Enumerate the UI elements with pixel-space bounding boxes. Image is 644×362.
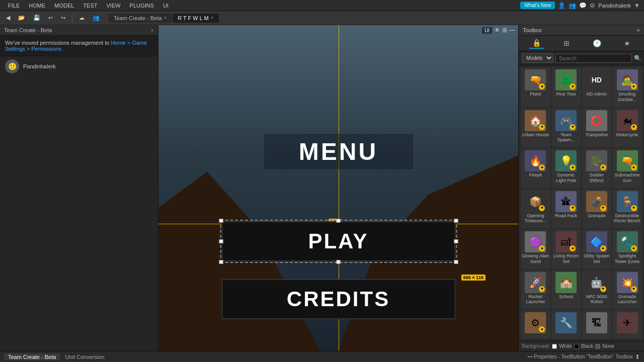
menu-title-bg: MENU (263, 133, 414, 170)
toolbox-item-img-9: 💡✦ (555, 150, 577, 171)
toolbox-item-10[interactable]: 🪖✦Soldier (Rthro) (582, 148, 612, 188)
toolbox-item-26[interactable]: 🏗 (582, 310, 612, 339)
bottom-tab-unit-conversion[interactable]: Unit Conversion (61, 353, 108, 360)
toolbox-item-1[interactable]: 🌲✦Pine Tree (551, 67, 581, 107)
toolbox-item-img-26: 🏗 (586, 312, 607, 333)
bg-black-dot[interactable] (574, 344, 579, 349)
toolbox-item-label-0: Pistol (530, 92, 541, 97)
viewport: UI 👁 ⊞ — 547 198 665 × 116 MENU (158, 25, 518, 351)
username: PandinhaIerk (23, 63, 56, 69)
toolbox-item-11[interactable]: 🔫✦Submachine Gun (612, 148, 642, 188)
toolbox-item-label-19: Spotlight Tower [Uses (613, 253, 641, 264)
toolbox-item-0[interactable]: 🔫✦Pistol (521, 67, 550, 107)
toolbox-item-label-7: Motorcycle (616, 132, 638, 138)
toolbox-item-4[interactable]: 🏠✦Urban House (521, 108, 550, 148)
toolbox-item-24[interactable]: ⚙✦ (521, 310, 550, 339)
chat-icon[interactable]: 💬 (579, 2, 587, 9)
toolbox-item-13[interactable]: 🛣✦Road Pack (551, 189, 581, 229)
toolbox-item-18[interactable]: 🔷✦Obby Spawn Set (582, 229, 612, 269)
viewport-minimize[interactable]: — (509, 27, 515, 34)
bottom-dots[interactable]: ••• (527, 354, 533, 359)
toolbox-item-14[interactable]: 💣✦Grenade (582, 189, 612, 229)
bg-white-dot[interactable] (552, 344, 557, 349)
menu-plugins[interactable]: PLUGINS (126, 2, 158, 10)
properties-panel-label[interactable]: Properties - TextButton "TextButton" (534, 354, 614, 359)
menu-home[interactable]: HOME (25, 2, 49, 10)
ui-badge[interactable]: UI (482, 27, 492, 34)
bg-label: Background: (522, 343, 550, 349)
toolbox-tab-lock[interactable]: 🔒 (529, 38, 544, 49)
viewport-icon-1[interactable]: 👁 (494, 27, 500, 34)
toolbar-publish[interactable]: ☁ (76, 14, 88, 22)
toolbox-item-img-17: 🛋✦ (555, 231, 577, 252)
toolbox-item-27[interactable]: ✈ (612, 310, 642, 339)
toolbox-item-16[interactable]: 🟣✦Glowing Alien Sand (521, 229, 550, 269)
toolbox-item-17[interactable]: 🛋✦Living Room Set (551, 229, 581, 269)
menu-test[interactable]: TEST (79, 2, 101, 10)
toolbar-open[interactable]: 📂 (15, 14, 28, 22)
bg-none-dot[interactable] (595, 344, 600, 349)
toolbox-item-6[interactable]: ⭕Trampoline (582, 108, 612, 148)
toolbox-search-input[interactable] (555, 54, 632, 63)
tab-close-team[interactable]: × (164, 15, 167, 21)
menu-model[interactable]: MODEL (50, 2, 78, 10)
toolbox-item-2[interactable]: HDHD Admin (582, 67, 612, 107)
toolbox-item-label-1: Pine Tree (556, 92, 576, 97)
coin-badge-13: ✦ (570, 205, 576, 211)
settings-icon[interactable]: ⚙ (590, 2, 595, 9)
toolbox-tab-star[interactable]: ★ (621, 38, 633, 48)
coin-badge-24: ✦ (539, 326, 545, 332)
friends-icon[interactable]: 👥 (569, 2, 576, 9)
toolbox-item-5[interactable]: 🎮✦Team Spawn... (551, 108, 581, 148)
toolbox-item-label-20: Rocket Launcher (522, 294, 549, 305)
toolbox-close-icon[interactable]: × (637, 27, 640, 33)
play-button[interactable]: PLAY (221, 221, 455, 261)
toolbox-header: Toolbox × (519, 25, 644, 36)
toolbar-undo[interactable]: ↩ (45, 14, 56, 22)
whats-new-button[interactable]: What's New (520, 2, 555, 9)
bottom-tab-team-create[interactable]: Team Create - Beta (4, 353, 60, 360)
toolbox-item-19[interactable]: 🔦✦Spotlight Tower [Uses (612, 229, 642, 269)
search-icon[interactable]: 🔍 (634, 55, 641, 62)
left-panel-close[interactable]: × (151, 27, 154, 33)
toolbox-item-img-8: 🔥✦ (525, 150, 546, 171)
coin-badge-3: ✦ (631, 83, 637, 89)
menu-file[interactable]: FILE (4, 2, 24, 10)
menu-view[interactable]: VIEW (102, 2, 124, 10)
tab-active-file[interactable]: R T F W L M × (173, 14, 218, 23)
toolbox-item-21[interactable]: 🏫School (551, 270, 581, 310)
username-label: PandinhaIerk (598, 3, 631, 9)
credits-button[interactable]: CREDITS (221, 279, 455, 319)
toolbar-save[interactable]: 💾 (30, 14, 43, 22)
expand-icon[interactable]: ⬆ (635, 353, 640, 360)
toolbox-panel-label[interactable]: Toolbox (616, 354, 633, 359)
toolbox-tab-grid[interactable]: ⊞ (560, 38, 573, 48)
coin-badge-4: ✦ (539, 124, 545, 130)
coin-badge-1: ✦ (570, 83, 576, 89)
toolbox-item-label-10: Soldier (Rthro) (583, 172, 611, 184)
toolbox-item-8[interactable]: 🔥✦Firepit (521, 148, 550, 188)
toolbox-item-3[interactable]: 🧟✦Drooling Zombie... (612, 67, 642, 107)
toolbox-item-15[interactable]: 🪑✦Destructible Picnic Bench (612, 189, 642, 229)
toolbox-item-7[interactable]: 🏍✦Motorcycle (612, 108, 642, 148)
avatar-icon[interactable]: 👤 (558, 2, 566, 9)
toolbox-item-25[interactable]: 🔧 (551, 310, 581, 339)
notification-area: We've moved permissions management to Ho… (0, 36, 158, 56)
toolbox-item-12[interactable]: 📦✦Opening Treasure... (521, 189, 550, 229)
toolbox-filter-select[interactable]: Models (522, 53, 553, 63)
toolbox-tab-clock[interactable]: 🕐 (590, 38, 604, 48)
tab-close-active[interactable]: × (211, 15, 214, 21)
tab-team-create[interactable]: Team Create - Beta × (109, 14, 172, 23)
menu-ui[interactable]: UI (159, 2, 173, 10)
toolbar-back[interactable]: ◀ (3, 14, 13, 22)
toolbox-item-22[interactable]: 🤖✦NPC 9000 Robot (582, 270, 612, 310)
toolbox-item-20[interactable]: 🚀✦Rocket Launcher (521, 270, 550, 310)
toolbox-item-23[interactable]: 💥✦Grenade Launcher (612, 270, 642, 310)
toolbox-tabs: 🔒 ⊞ 🕐 ★ (519, 36, 644, 51)
toolbar-collab[interactable]: 👥 (90, 14, 103, 22)
viewport-icon-2[interactable]: ⊞ (502, 27, 507, 34)
dropdown-icon[interactable]: ▼ (634, 2, 640, 9)
toolbar-redo[interactable]: ↪ (58, 14, 68, 22)
toolbox-item-9[interactable]: 💡✦Dynamic Light Pole (551, 148, 581, 188)
toolbox-item-label-14: Grenade (588, 213, 605, 219)
